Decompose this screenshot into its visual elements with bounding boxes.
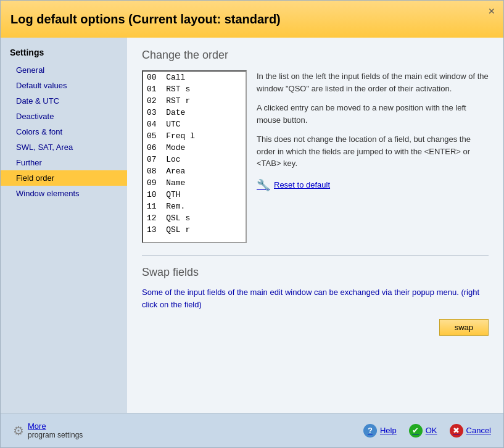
footer-buttons: ? Help ✔ OK ✖ Cancel xyxy=(363,424,491,438)
list-item[interactable]: 12 QSL s xyxy=(143,212,246,224)
list-item[interactable]: 11 Rem. xyxy=(143,201,246,212)
info-paragraph-1: In the list on the left the input fields… xyxy=(257,70,489,94)
sidebar-item-default-values[interactable]: Default values xyxy=(1,78,127,93)
ok-icon: ✔ xyxy=(409,424,423,438)
wrench-icon: 🔧 xyxy=(257,177,270,194)
list-item[interactable]: 03 Date xyxy=(143,107,246,118)
sidebar-item-swl-sat-area[interactable]: SWL, SAT, Area xyxy=(1,139,127,155)
list-item[interactable]: 02 RST r xyxy=(143,95,246,107)
main-window: Log default options (Current layout: sta… xyxy=(0,0,504,448)
more-link[interactable]: More xyxy=(28,421,46,431)
swap-button[interactable]: swap xyxy=(439,319,489,336)
change-order-area: 00 Call01 RST s02 RST r03 Date04 UTC05 F… xyxy=(142,70,489,243)
help-label: Help xyxy=(380,426,397,435)
list-item[interactable]: 08 Area xyxy=(143,165,246,177)
help-button[interactable]: ? Help xyxy=(363,424,397,438)
cancel-label: Cancel xyxy=(466,426,491,435)
content-area: Settings General Default values Date & U… xyxy=(1,38,503,413)
sidebar-item-window-elements[interactable]: Window elements xyxy=(1,186,127,201)
more-sub-label: program settings xyxy=(28,431,83,439)
gear-icon: ⚙ xyxy=(13,423,24,438)
list-item[interactable]: 01 RST s xyxy=(143,83,246,95)
list-item[interactable]: 10 QTH xyxy=(143,189,246,201)
list-item[interactable]: 13 QSL r xyxy=(143,224,246,236)
ok-label: OK xyxy=(426,426,437,435)
swap-fields-title: Swap fields xyxy=(142,266,489,279)
divider xyxy=(142,255,489,256)
change-order-title: Change the order xyxy=(142,49,489,62)
info-paragraph-2: A clicked entry can be moved to a new po… xyxy=(257,102,489,126)
footer-left: ⚙ More program settings xyxy=(13,421,83,439)
list-item[interactable]: 04 UTC xyxy=(143,118,246,130)
sidebar-header: Settings xyxy=(1,44,127,62)
swap-description: Some of the input fields of the main edi… xyxy=(142,286,489,310)
footer: ⚙ More program settings ? Help ✔ OK ✖ Ca… xyxy=(1,413,503,447)
list-item[interactable]: 05 Freq l xyxy=(143,130,246,142)
sidebar: Settings General Default values Date & U… xyxy=(1,38,127,413)
close-button[interactable]: ✕ xyxy=(486,6,497,17)
list-item[interactable]: 09 Name xyxy=(143,177,246,189)
reset-label: Reset to default xyxy=(274,179,330,191)
main-content: Change the order 00 Call01 RST s02 RST r… xyxy=(127,38,503,413)
more-settings: More program settings xyxy=(28,421,83,439)
list-item[interactable]: 06 Mode xyxy=(143,142,246,154)
cancel-icon: ✖ xyxy=(450,424,463,438)
sidebar-item-field-order[interactable]: Field order xyxy=(1,170,127,186)
list-item[interactable]: 00 Call xyxy=(143,72,246,83)
swap-section: Swap fields Some of the input fields of … xyxy=(142,266,489,336)
ok-button[interactable]: ✔ OK xyxy=(409,424,437,438)
sidebar-item-date-utc[interactable]: Date & UTC xyxy=(1,93,127,109)
field-order-listbox[interactable]: 00 Call01 RST s02 RST r03 Date04 UTC05 F… xyxy=(142,70,247,243)
cancel-button[interactable]: ✖ Cancel xyxy=(450,424,491,438)
title-bar: Log default options (Current layout: sta… xyxy=(1,1,503,38)
info-panel: In the list on the left the input fields… xyxy=(257,70,489,243)
list-box-container: 00 Call01 RST s02 RST r03 Date04 UTC05 F… xyxy=(142,70,247,243)
help-icon: ? xyxy=(363,424,377,438)
list-item[interactable]: 07 Loc xyxy=(143,154,246,165)
window-title: Log default options (Current layout: sta… xyxy=(10,12,281,27)
sidebar-item-colors-font[interactable]: Colors & font xyxy=(1,124,127,139)
sidebar-item-further[interactable]: Further xyxy=(1,155,127,170)
info-paragraph-3: This does not change the location of a f… xyxy=(257,133,489,170)
sidebar-item-general[interactable]: General xyxy=(1,62,127,78)
reset-to-default-link[interactable]: 🔧 Reset to default xyxy=(257,177,489,194)
swap-button-area: swap xyxy=(142,319,489,336)
sidebar-item-deactivate[interactable]: Deactivate xyxy=(1,109,127,124)
